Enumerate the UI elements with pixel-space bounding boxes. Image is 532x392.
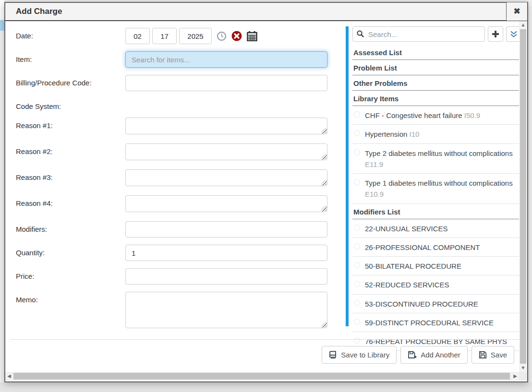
list-item[interactable]: 26-PROFESSIONAL COMPONENT xyxy=(352,238,525,257)
date-month-input[interactable] xyxy=(125,28,150,44)
save-to-library-button[interactable]: Save to Library xyxy=(322,346,397,364)
calendar-icon xyxy=(247,31,257,41)
panel-toolbar xyxy=(352,26,523,42)
close-icon: ✖ xyxy=(513,7,520,16)
code-system-row: Code System: xyxy=(16,98,335,110)
footer-buttons: Save to Library Add Another Save xyxy=(5,346,514,364)
double-chevron-down-icon xyxy=(510,30,518,38)
scroll-right-arrow-icon[interactable]: ▶ xyxy=(511,372,519,380)
reason4-label: Reason #4: xyxy=(16,195,125,214)
background-selected-fragment xyxy=(0,20,4,31)
billing-code-input[interactable] xyxy=(125,75,327,91)
list-item[interactable]: 52-REDUCED SERVICES xyxy=(352,275,525,294)
item-text: 59-DISTINCT PROCEDURAL SERVICE xyxy=(365,319,494,327)
save-to-library-label: Save to Library xyxy=(341,351,389,359)
time-picker-button[interactable] xyxy=(217,31,227,41)
quantity-label: Quantity: xyxy=(16,245,125,261)
add-another-label: Add Another xyxy=(421,351,460,359)
item-search-input[interactable] xyxy=(125,51,327,68)
panel-search-input[interactable] xyxy=(352,26,485,42)
radio-circle-icon xyxy=(354,225,360,231)
section-header: Other Problems xyxy=(352,75,525,91)
item-code: I50.9 xyxy=(462,111,481,119)
scroll-left-arrow-icon[interactable]: ◀ xyxy=(5,372,13,380)
radio-circle-icon xyxy=(354,111,360,118)
item-text: 50-BILATERAL PROCEDURE xyxy=(365,262,461,270)
date-year-input[interactable] xyxy=(179,28,212,44)
background-page-strip xyxy=(0,0,4,392)
item-code: E10.9 xyxy=(365,190,384,198)
list-item[interactable]: Type 1 diabetes mellitus without complic… xyxy=(352,174,525,204)
reason3-row: Reason #3: xyxy=(16,169,335,188)
charge-form: Date: Item: xyxy=(16,28,335,337)
memo-label: Memo: xyxy=(16,292,125,330)
price-label: Price: xyxy=(16,268,125,285)
scroll-up-arrow-icon[interactable]: ▲ xyxy=(519,21,527,29)
list-item[interactable]: 53-DISCONTINUED PROCEDURE xyxy=(352,295,525,313)
list-item[interactable]: 22-UNUSUAL SERVICES xyxy=(352,219,525,238)
item-text: Type 1 diabetes mellitus without complic… xyxy=(365,179,513,187)
reason3-input[interactable] xyxy=(125,169,327,186)
radio-circle-icon xyxy=(354,319,360,325)
radio-circle-icon xyxy=(354,179,360,185)
item-text: 26-PROFESSIONAL COMPONENT xyxy=(365,243,480,251)
add-item-button[interactable] xyxy=(488,26,503,42)
modifiers-input[interactable] xyxy=(125,221,327,238)
search-icon xyxy=(357,30,364,37)
item-text: Type 2 diabetes mellitus without complic… xyxy=(365,149,513,157)
horizontal-scrollbar[interactable]: ◀ ▶ xyxy=(5,372,519,380)
background-page-strip xyxy=(0,382,532,392)
reason4-row: Reason #4: xyxy=(16,195,335,214)
scrollbar-corner xyxy=(519,372,527,380)
list-item[interactable]: 50-BILATERAL PROCEDURE xyxy=(352,257,525,275)
billing-code-row: Billing/Procedure Code: xyxy=(16,75,335,91)
item-text: 76-REPEAT PROCEDURE BY SAME PHYS xyxy=(365,337,507,345)
vertical-scroll-thumb[interactable] xyxy=(520,29,526,364)
vertical-scrollbar[interactable]: ▲ ▼ xyxy=(519,21,527,372)
item-label: Item: xyxy=(16,51,125,68)
panel-accent-bar xyxy=(346,26,349,326)
list-item[interactable]: CHF - Congestive heart failure I50.9 xyxy=(352,106,525,125)
memo-input[interactable] xyxy=(125,292,327,328)
reason1-input[interactable] xyxy=(125,118,327,134)
plus-icon xyxy=(491,30,500,38)
radio-circle-icon xyxy=(354,300,360,306)
horizontal-scroll-thumb[interactable] xyxy=(13,373,510,380)
reason4-input[interactable] xyxy=(125,195,327,212)
delete-circle-icon xyxy=(231,31,242,41)
save-label: Save xyxy=(491,351,507,359)
modal-body: Date: Item: xyxy=(5,21,527,380)
radio-circle-icon xyxy=(354,337,360,344)
reason2-label: Reason #2: xyxy=(16,143,125,162)
list-item[interactable]: Type 2 diabetes mellitus without complic… xyxy=(352,144,525,174)
clock-icon xyxy=(217,31,227,41)
background-page-strip xyxy=(528,0,532,392)
close-button[interactable]: ✖ xyxy=(506,2,527,21)
item-text: Hypertension xyxy=(365,130,407,138)
save-button[interactable]: Save xyxy=(472,346,514,364)
radio-circle-icon xyxy=(354,281,360,287)
radio-circle-icon xyxy=(354,262,360,268)
item-code: I10 xyxy=(407,130,419,138)
radio-circle-icon xyxy=(354,130,360,136)
section-header: Modifiers List xyxy=(352,204,525,219)
list-item[interactable]: 59-DISTINCT PROCEDURAL SERVICE xyxy=(352,313,525,332)
clear-date-button[interactable] xyxy=(231,31,242,41)
price-input[interactable] xyxy=(125,268,327,285)
quantity-input[interactable] xyxy=(125,245,327,261)
date-label: Date: xyxy=(16,28,125,44)
book-icon xyxy=(329,351,337,359)
modal-header: Add Charge ✖ xyxy=(5,3,527,21)
modal-title: Add Charge xyxy=(5,7,506,16)
code-system-label: Code System: xyxy=(16,98,125,110)
add-another-button[interactable]: Add Another xyxy=(400,346,468,364)
calendar-picker-button[interactable] xyxy=(247,31,257,41)
scroll-down-arrow-icon[interactable]: ▼ xyxy=(519,364,527,372)
section-header: Assessed List xyxy=(352,45,525,60)
modifiers-label: Modifiers: xyxy=(16,221,125,238)
billing-code-label: Billing/Procedure Code: xyxy=(16,75,125,91)
list-item[interactable]: Hypertension I10 xyxy=(352,125,525,143)
item-code: E11.9 xyxy=(365,160,383,168)
reason2-input[interactable] xyxy=(125,143,327,160)
date-day-input[interactable] xyxy=(152,28,177,44)
